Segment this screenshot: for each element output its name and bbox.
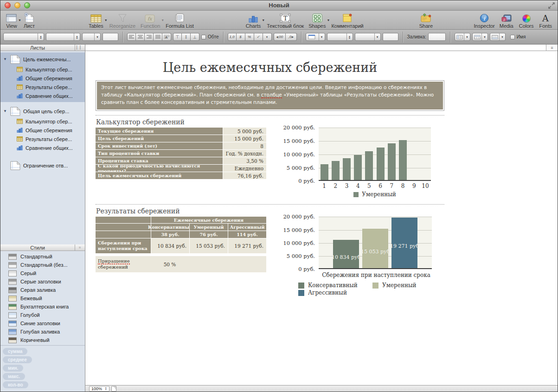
row-header-cell[interactable]: Тип процентной ставки: [96, 150, 223, 157]
bar[interactable]: [321, 164, 328, 180]
sheet-chart-item[interactable]: Сравнение общих...: [0, 143, 85, 152]
description-text-box[interactable]: Этот лист вычисляет ежемесячные сбережен…: [96, 80, 444, 111]
toolbar-button-formula-list[interactable]: Formula List: [166, 11, 194, 29]
sheet-chart-item[interactable]: Общие сбережения: [0, 74, 85, 83]
toolbar-button-text-box[interactable]: T Текстовый блок: [267, 11, 304, 29]
align-justify-button[interactable]: [154, 33, 162, 41]
valign-top-button[interactable]: ⊤: [173, 33, 182, 41]
page-view-button[interactable]: [111, 386, 116, 392]
sheet-table-item[interactable]: Результаты сбере...: [0, 135, 85, 143]
sheet-chart-item[interactable]: Общие сбережения: [0, 126, 85, 135]
table-style-item[interactable]: Голубой: [0, 311, 85, 319]
stroke-width-select[interactable]: ▲▼: [327, 33, 353, 41]
row-header-cell[interactable]: Сбережения при наступлении срока: [96, 238, 151, 253]
value-cell[interactable]: 76,16 руб.: [223, 172, 266, 179]
corner-cell[interactable]: [96, 224, 151, 231]
valign-middle-button[interactable]: ‡: [182, 33, 191, 41]
toolbar-button-charts[interactable]: ▼ Charts: [246, 11, 261, 29]
table-style-item[interactable]: Коричневый: [0, 336, 85, 344]
footer-row-select[interactable]: ▼: [490, 33, 506, 41]
percent-format-button[interactable]: %: [245, 33, 254, 41]
results-table[interactable]: Ежемесячные сбереженияКонсервативныйУмер…: [96, 217, 266, 253]
document-title[interactable]: Цель ежемесячных сбережений: [96, 60, 444, 75]
toolbar-button-share[interactable]: Share: [419, 11, 433, 29]
toolbar-button-colors[interactable]: Colors: [519, 11, 534, 29]
align-right-button[interactable]: [145, 33, 154, 41]
decimal-format-button[interactable]: 1,0: [228, 33, 237, 41]
font-family-select[interactable]: ▲▼: [3, 33, 44, 41]
bar[interactable]: [365, 151, 373, 180]
column-header-cell[interactable]: Консервативный: [151, 224, 189, 231]
checkbox-format-button[interactable]: ✓: [254, 33, 263, 41]
corner-cell[interactable]: [96, 231, 151, 238]
align-center-button[interactable]: [136, 33, 145, 41]
growth-label[interactable]: Приращение сбережений: [96, 256, 151, 272]
row-header-cell[interactable]: С какой периодичностью начисляются проце…: [96, 165, 223, 172]
sheet-item[interactable]: Ограничение отв...: [0, 160, 85, 171]
panel-resize-handle[interactable]: =: [75, 244, 85, 251]
bar[interactable]: [332, 161, 340, 180]
sheet-chart-item[interactable]: Сравнение общих...: [0, 91, 85, 100]
font-size-select[interactable]: ▲▼: [46, 33, 80, 41]
row-header-cell[interactable]: Цель сбережений: [96, 135, 223, 142]
disclosure-triangle-icon[interactable]: ▼: [3, 109, 7, 113]
value-cell[interactable]: 15 000 руб.: [223, 135, 266, 142]
bar[interactable]: [388, 143, 396, 180]
more-formats-button[interactable]: ▼: [263, 33, 272, 41]
row-header-cell[interactable]: Цель ежемесячных сбережений: [96, 172, 223, 179]
sheet-table-item[interactable]: Калькулятор сбер...: [0, 65, 85, 74]
titlebar[interactable]: Новый: [0, 0, 558, 11]
monthly-amount-cell[interactable]: 76 руб.: [190, 231, 228, 238]
wrap-checkbox[interactable]: [201, 35, 206, 39]
border-style-select[interactable]: ▼: [306, 33, 325, 41]
empty-cell[interactable]: [189, 256, 265, 272]
sheet-table-item[interactable]: Результаты сбере...: [0, 83, 85, 91]
table-style-item[interactable]: Синие заголовки: [0, 319, 85, 328]
savings-comparison-chart[interactable]: 20 000 руб.15 000 руб.10 000 руб.5 000 р…: [282, 214, 436, 303]
disclosure-triangle-icon[interactable]: ▼: [3, 57, 7, 61]
value-cell[interactable]: Ежедневно: [223, 165, 266, 172]
zoom-control[interactable]: 100% ▲▼: [89, 386, 109, 392]
fill-color-well[interactable]: [428, 33, 446, 41]
column-header-cell[interactable]: Агрессивный: [228, 224, 266, 231]
growth-value-cell[interactable]: 50 %: [151, 256, 189, 272]
bar[interactable]: [399, 140, 407, 180]
sheet-item[interactable]: ▼Общая цель сбер...: [0, 105, 85, 117]
formula-equals-button[interactable]: ≡: [546, 45, 558, 51]
maturity-value-cell[interactable]: 15 053 руб.: [190, 238, 228, 253]
formula-input[interactable]: [85, 45, 546, 51]
bar[interactable]: [377, 148, 385, 180]
toolbar-button-view[interactable]: ▼ View: [6, 11, 17, 29]
corner-cell[interactable]: [96, 217, 151, 223]
header-row-select[interactable]: ▼: [472, 33, 488, 41]
table-style-item[interactable]: Серая заливка: [0, 286, 85, 294]
group-header-cell[interactable]: Ежемесячные сбережения: [151, 217, 266, 223]
toolbar-button-media[interactable]: ♪♫ Media: [500, 11, 513, 29]
table-style-item[interactable]: Серый: [0, 269, 85, 277]
results-footer-row[interactable]: Приращение сбережений50 %: [96, 256, 266, 272]
canvas[interactable]: Цель ежемесячных сбережений Этот лист вы…: [85, 51, 558, 385]
sheet-table-item[interactable]: Калькулятор сбер...: [0, 117, 85, 126]
name-checkbox[interactable]: [510, 35, 515, 39]
bar[interactable]: [343, 158, 351, 180]
maturity-value-cell[interactable]: 19 271 руб.: [228, 238, 266, 253]
valign-bottom-button[interactable]: ⊥: [191, 33, 199, 41]
stroke-color-select[interactable]: ▼: [355, 33, 381, 41]
table-style-item[interactable]: Серые заголовки: [0, 277, 85, 286]
text-color-well[interactable]: ▼: [82, 33, 101, 41]
monthly-amount-cell[interactable]: 114 руб.: [228, 231, 266, 238]
align-left-button[interactable]: [127, 33, 136, 41]
table-style-item[interactable]: Бежевый: [0, 294, 85, 302]
panel-resize-handle[interactable]: ▏▏: [75, 45, 85, 51]
toolbar-button-shapes[interactable]: ▼ Shapes: [308, 11, 326, 29]
monthly-amount-cell[interactable]: 38 руб.: [151, 231, 189, 238]
toolbar-button-sheet[interactable]: Лист: [24, 11, 35, 29]
value-cell[interactable]: Год. % доходн.: [223, 150, 266, 157]
sheet-item[interactable]: ▼Цель ежемесячны...: [0, 53, 85, 65]
header-column-select[interactable]: ▼: [455, 33, 470, 41]
border-color-well[interactable]: [383, 33, 398, 41]
increase-decimal-button[interactable]: ◂,00: [274, 33, 286, 41]
maturity-value-cell[interactable]: 10 834 руб.: [151, 238, 189, 253]
fullscreen-icon[interactable]: [548, 2, 555, 9]
bar[interactable]: [354, 155, 362, 180]
